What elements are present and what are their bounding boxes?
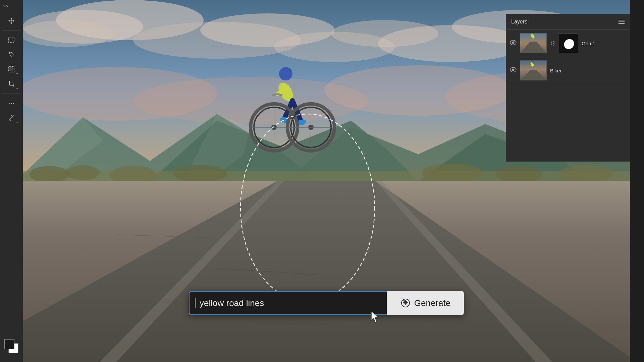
- layer-chain-icon: ⛓: [550, 41, 555, 46]
- layer-name-biker: Biker: [550, 68, 626, 73]
- toolbar-divider-1: [2, 30, 20, 31]
- svg-point-3: [9, 103, 10, 104]
- measure-indicator: ▼: [16, 121, 18, 124]
- crop-icon: [8, 80, 15, 88]
- svg-point-29: [66, 165, 100, 180]
- svg-point-44: [279, 67, 292, 80]
- layer-thumbnail-gen1: [520, 33, 547, 53]
- layers-menu-btn[interactable]: [619, 20, 625, 24]
- layers-header: Layers: [506, 14, 630, 30]
- svg-point-4: [11, 103, 12, 104]
- generate-input-wrapper[interactable]: yellow road lines: [189, 291, 387, 315]
- layer-name-gen1: Gen 1: [582, 41, 626, 46]
- layer-item-biker[interactable]: Biker: [506, 57, 630, 84]
- lasso-icon: [8, 51, 15, 58]
- tool-indicator: ▼: [16, 72, 18, 75]
- more-tools-btn[interactable]: [4, 97, 19, 110]
- foreground-color-swatch[interactable]: [4, 339, 14, 349]
- svg-rect-2: [10, 68, 13, 71]
- measure-icon: [8, 114, 15, 122]
- crop-tool-btn[interactable]: ▼: [4, 77, 19, 91]
- svg-point-33: [495, 166, 542, 183]
- measure-tool-btn[interactable]: ▼: [4, 111, 19, 125]
- svg-point-34: [559, 165, 613, 182]
- generate-btn-label: Generate: [414, 298, 450, 308]
- more-tools-icon: [8, 100, 15, 107]
- object-select-btn[interactable]: ▼: [4, 63, 19, 76]
- lasso-tool-btn[interactable]: [4, 48, 19, 61]
- move-icon: [8, 17, 15, 24]
- svg-point-73: [512, 69, 515, 71]
- svg-point-68: [512, 42, 515, 44]
- layer-item-gen1[interactable]: ⛓ Gen 1: [506, 30, 630, 57]
- crop-indicator: ▼: [16, 87, 18, 90]
- toolbar: >> ▼ ▼: [0, 0, 23, 362]
- eye-icon-biker: [510, 67, 517, 72]
- generate-button[interactable]: Generate: [387, 291, 464, 315]
- svg-point-28: [29, 166, 69, 183]
- color-swatches[interactable]: [4, 339, 19, 354]
- layers-panel: Layers: [506, 14, 630, 162]
- layer-visibility-biker[interactable]: [510, 67, 517, 74]
- object-select-icon: [8, 66, 15, 73]
- eye-icon-gen1: [510, 40, 517, 45]
- move-tool-btn[interactable]: [4, 14, 19, 27]
- layer-mask-gen1: [558, 33, 578, 53]
- svg-point-9: [23, 20, 113, 47]
- generate-text-input[interactable]: yellow road lines: [200, 298, 381, 308]
- toolbar-divider-2: [2, 94, 20, 94]
- layer-visibility-gen1[interactable]: [510, 40, 517, 47]
- text-cursor: [195, 298, 196, 308]
- layers-panel-title: Layers: [511, 19, 527, 25]
- marquee-icon: [8, 36, 15, 44]
- svg-point-31: [173, 165, 227, 182]
- svg-point-32: [422, 164, 482, 182]
- layer-thumbnail-biker: [520, 60, 547, 80]
- right-edge-panel: [630, 0, 644, 362]
- svg-point-5: [13, 103, 14, 104]
- collapse-icon: >>: [3, 4, 8, 9]
- toolbar-collapse-btn[interactable]: >>: [0, 3, 23, 10]
- svg-rect-0: [9, 37, 14, 43]
- generate-bar: yellow road lines Generate: [189, 291, 464, 315]
- marquee-tool-btn[interactable]: [4, 33, 19, 47]
- generate-sparkle-icon: [400, 298, 411, 308]
